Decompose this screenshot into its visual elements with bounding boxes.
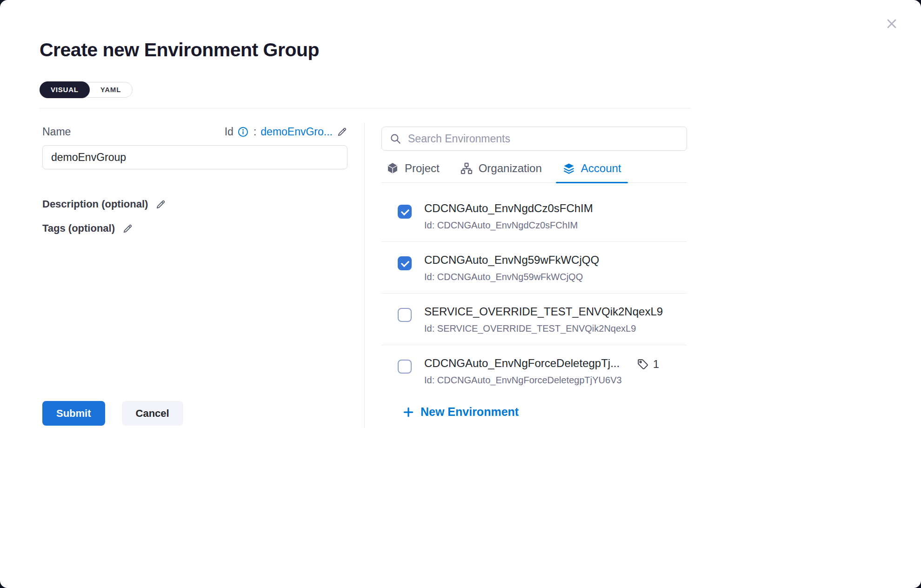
id-value[interactable]: demoEnvGro...: [260, 126, 333, 138]
tab-account-label: Account: [581, 162, 621, 175]
tag-count: 1: [653, 358, 659, 371]
vertical-divider: [364, 122, 365, 428]
tag-icon: [637, 358, 649, 370]
search-environments-input[interactable]: [407, 132, 679, 146]
tab-project[interactable]: Project: [386, 162, 440, 182]
cancel-button[interactable]: Cancel: [122, 401, 183, 426]
name-input[interactable]: [42, 145, 347, 169]
environment-id: Id: CDCNGAuto_EnvNgdCz0sFChIM: [424, 220, 687, 231]
id-colon: :: [254, 126, 256, 138]
id-group: Id : demoEnvGro...: [225, 126, 347, 138]
id-label: Id: [225, 126, 234, 138]
tag-count-badge: 1: [637, 358, 659, 371]
tab-organization-label: Organization: [479, 162, 542, 175]
create-environment-group-dialog: Create new Environment Group VISUAL YAML…: [0, 0, 921, 588]
environment-name[interactable]: CDCNGAuto_EnvNg59wFkWCjQQ: [424, 254, 687, 267]
environment-row: CDCNGAuto_EnvNg59wFkWCjQQ Id: CDCNGAuto_…: [381, 242, 687, 294]
environment-name[interactable]: SERVICE_OVERRIDE_TEST_ENVQik2NqexL9: [424, 305, 687, 318]
tab-organization[interactable]: Organization: [460, 162, 542, 182]
tags-label: Tags (optional): [42, 222, 115, 234]
visual-yaml-toggle: VISUAL YAML: [40, 82, 133, 98]
environment-name[interactable]: CDCNGAuto_EnvNgForceDeletegpTj...: [424, 357, 624, 370]
scope-tabs: Project Organization: [381, 162, 687, 183]
environment-row: CDCNGAuto_EnvNgForceDeletegpTj... Id: CD…: [381, 345, 687, 388]
layers-icon: [562, 162, 575, 175]
search-box: [381, 127, 687, 151]
search-icon: [389, 133, 401, 145]
environment-id: Id: SERVICE_OVERRIDE_TEST_ENVQik2NqexL9: [424, 323, 687, 334]
tab-account[interactable]: Account: [562, 162, 621, 182]
dialog-actions: Submit Cancel: [42, 401, 183, 426]
environment-id: Id: CDCNGAuto_EnvNg59wFkWCjQQ: [424, 272, 687, 282]
environment-row: CDCNGAuto_EnvNgdCz0sFChIM Id: CDCNGAuto_…: [381, 190, 687, 242]
environment-row: SERVICE_OVERRIDE_TEST_ENVQik2NqexL9 Id: …: [381, 294, 687, 345]
form-column: Name Id : demoEnvGro...: [42, 108, 347, 234]
tab-project-label: Project: [405, 162, 440, 175]
new-environment-label: New Environment: [420, 405, 519, 419]
plus-icon: [402, 406, 414, 418]
info-icon[interactable]: [238, 127, 248, 137]
edit-tags-pencil-icon[interactable]: [122, 223, 133, 234]
environment-id: Id: CDCNGAuto_EnvNgForceDeletegpTjYU6V3: [424, 375, 624, 386]
toggle-yaml[interactable]: YAML: [89, 82, 132, 98]
close-icon[interactable]: [884, 16, 900, 32]
environment-checkbox[interactable]: [398, 256, 412, 270]
new-environment-button[interactable]: New Environment: [402, 405, 519, 419]
description-label: Description (optional): [42, 198, 148, 210]
dialog-title: Create new Environment Group: [40, 39, 319, 61]
environment-picker-panel: Project Organization: [381, 108, 687, 420]
edit-description-pencil-icon[interactable]: [155, 199, 166, 210]
cube-icon: [386, 162, 399, 175]
hierarchy-icon: [460, 162, 473, 175]
environment-name[interactable]: CDCNGAuto_EnvNgdCz0sFChIM: [424, 202, 687, 215]
environment-list: CDCNGAuto_EnvNgdCz0sFChIM Id: CDCNGAuto_…: [381, 183, 687, 388]
toggle-visual[interactable]: VISUAL: [40, 81, 90, 98]
name-label: Name: [42, 126, 71, 138]
submit-button[interactable]: Submit: [42, 401, 105, 426]
edit-id-pencil-icon[interactable]: [337, 127, 347, 137]
environment-checkbox[interactable]: [398, 205, 412, 219]
environment-checkbox[interactable]: [398, 308, 412, 322]
environment-checkbox[interactable]: [398, 360, 412, 374]
